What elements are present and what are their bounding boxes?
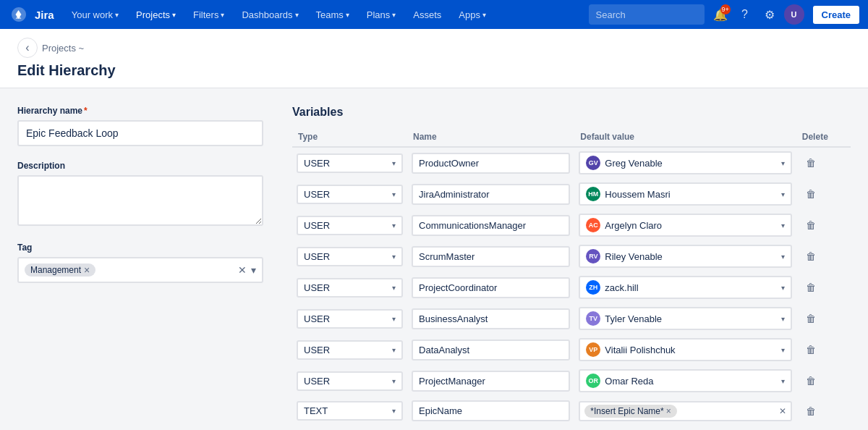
tag-dropdown-button[interactable]: ▾ xyxy=(251,264,256,276)
avatar: TV xyxy=(586,311,600,326)
type-select-2[interactable]: USER▾ xyxy=(297,216,403,235)
col-header-type: Type xyxy=(292,127,407,147)
create-button[interactable]: Create xyxy=(813,6,859,24)
name-input-0[interactable] xyxy=(412,153,570,174)
nav-assets[interactable]: Assets xyxy=(407,7,447,23)
tag-input-wrapper[interactable]: Management × ✕ ▾ xyxy=(17,257,263,283)
delete-button-0[interactable]: 🗑 xyxy=(801,153,821,173)
search-input[interactable] xyxy=(589,4,705,25)
value-select-7[interactable]: OROmar Reda▾ xyxy=(579,369,791,392)
type-select-0[interactable]: USER▾ xyxy=(297,153,403,173)
settings-button[interactable]: ⚙ xyxy=(760,4,780,25)
breadcrumb-projects[interactable]: Projects ~ xyxy=(42,43,84,54)
text-tag-remove-button[interactable]: × xyxy=(666,406,671,416)
name-input-7[interactable] xyxy=(412,371,570,392)
delete-button-2[interactable]: 🗑 xyxy=(801,215,821,235)
type-select-3[interactable]: USER▾ xyxy=(297,247,403,266)
value-select-2[interactable]: ACArgelyn Claro▾ xyxy=(579,214,791,237)
chevron-down-icon: ▾ xyxy=(392,284,396,292)
avatar: RV xyxy=(586,249,600,264)
nav-projects[interactable]: Projects ▾ xyxy=(130,7,182,23)
chevron-down-icon: ▾ xyxy=(392,222,396,229)
description-input[interactable] xyxy=(17,175,263,226)
delete-button-7[interactable]: 🗑 xyxy=(801,371,821,391)
help-button[interactable]: ? xyxy=(735,4,755,25)
col-header-delete: Delete xyxy=(796,127,851,147)
type-select-5[interactable]: USER▾ xyxy=(297,309,403,329)
chevron-down-icon: ▾ xyxy=(482,11,486,19)
name-input-3[interactable] xyxy=(412,246,570,267)
trash-icon: 🗑 xyxy=(806,375,816,387)
type-select-4[interactable]: USER▾ xyxy=(297,278,403,298)
page-title: Edit Hierarchy xyxy=(17,62,116,79)
nav-dashboards[interactable]: Dashboards ▾ xyxy=(236,7,304,23)
delete-button-8[interactable]: 🗑 xyxy=(801,401,821,421)
page-title-row: Edit Hierarchy xyxy=(17,62,851,88)
nav-filters[interactable]: Filters ▾ xyxy=(187,7,230,23)
chevron-down-icon: ▾ xyxy=(172,11,176,19)
tag-value: Management xyxy=(30,265,81,275)
name-input-1[interactable] xyxy=(412,184,570,205)
text-tag: *Insert Epic Name*× xyxy=(584,405,676,418)
back-button[interactable]: ‹ xyxy=(17,38,38,58)
type-select-8[interactable]: TEXT▾ xyxy=(297,401,403,421)
hierarchy-name-group: Hierarchy name* xyxy=(17,106,263,146)
type-select-6[interactable]: USER▾ xyxy=(297,340,403,360)
delete-button-5[interactable]: 🗑 xyxy=(801,308,821,329)
nav-plans[interactable]: Plans ▾ xyxy=(361,7,402,23)
nav-teams[interactable]: Teams ▾ xyxy=(310,7,355,23)
text-tag-wrapper-8[interactable]: *Insert Epic Name*×✕ xyxy=(579,401,791,421)
trash-icon: 🗑 xyxy=(806,313,816,324)
avatar: HM xyxy=(586,187,600,201)
delete-button-1[interactable]: 🗑 xyxy=(801,184,821,204)
name-input-6[interactable] xyxy=(412,340,570,361)
right-panel: Variables Type Name Default value Delete… xyxy=(292,106,851,430)
user-avatar[interactable]: U xyxy=(784,4,804,25)
trash-icon: 🗑 xyxy=(806,188,816,200)
value-select-6[interactable]: VPVitalii Polishchuk▾ xyxy=(579,338,791,361)
type-select-1[interactable]: USER▾ xyxy=(297,185,403,204)
value-select-0[interactable]: GVGreg Venable▾ xyxy=(579,151,791,174)
text-clear-button[interactable]: ✕ xyxy=(779,406,786,416)
chevron-down-icon: ▾ xyxy=(392,253,396,261)
col-header-default: Default value xyxy=(574,127,796,147)
value-select-3[interactable]: RVRiley Venable▾ xyxy=(579,245,791,268)
avatar: VP xyxy=(586,342,600,357)
chevron-down-icon: ▾ xyxy=(392,315,396,323)
delete-button-4[interactable]: 🗑 xyxy=(801,277,821,298)
tag-clear-button[interactable]: ✕ xyxy=(238,264,247,276)
avatar: ZH xyxy=(586,280,600,295)
table-row: USER▾ACArgelyn Claro▾🗑 xyxy=(292,210,851,241)
chevron-down-icon: ▾ xyxy=(392,407,396,415)
value-select-4[interactable]: ZHzack.hill▾ xyxy=(579,276,791,299)
delete-button-6[interactable]: 🗑 xyxy=(801,340,821,360)
chevron-down-icon: ▾ xyxy=(781,284,785,292)
tag-remove-button[interactable]: × xyxy=(84,265,90,275)
type-select-7[interactable]: USER▾ xyxy=(297,371,403,391)
name-input-2[interactable] xyxy=(412,215,570,236)
help-icon: ? xyxy=(741,8,748,21)
value-select-5[interactable]: TVTyler Venable▾ xyxy=(579,307,791,330)
chevron-down-icon: ▾ xyxy=(392,159,396,167)
chevron-down-icon: ▾ xyxy=(392,11,396,19)
nav-apps[interactable]: Apps ▾ xyxy=(453,7,492,23)
tag-input[interactable] xyxy=(100,264,234,276)
trash-icon: 🗑 xyxy=(806,157,816,169)
hierarchy-name-input[interactable] xyxy=(17,120,263,146)
chevron-down-icon: ▾ xyxy=(295,11,299,19)
trash-icon: 🗑 xyxy=(806,250,816,262)
notifications-button[interactable]: 🔔 9+ xyxy=(710,4,731,25)
tag-group: Tag Management × ✕ ▾ xyxy=(17,243,263,283)
name-input-4[interactable] xyxy=(412,277,570,298)
page-header: ‹ Projects ~ Edit Hierarchy xyxy=(0,29,868,88)
value-select-1[interactable]: HMHoussem Masri▾ xyxy=(579,182,791,206)
chevron-down-icon: ▾ xyxy=(781,190,785,198)
name-input-5[interactable] xyxy=(412,308,570,329)
chevron-down-icon: ▾ xyxy=(392,377,396,385)
left-panel: Hierarchy name* Description Tag Manageme… xyxy=(17,106,263,430)
nav-your-work[interactable]: Your work ▾ xyxy=(66,7,124,23)
notification-badge: 9+ xyxy=(720,4,731,14)
gear-icon: ⚙ xyxy=(765,8,775,22)
name-input-8[interactable] xyxy=(412,400,570,421)
delete-button-3[interactable]: 🗑 xyxy=(801,246,821,266)
